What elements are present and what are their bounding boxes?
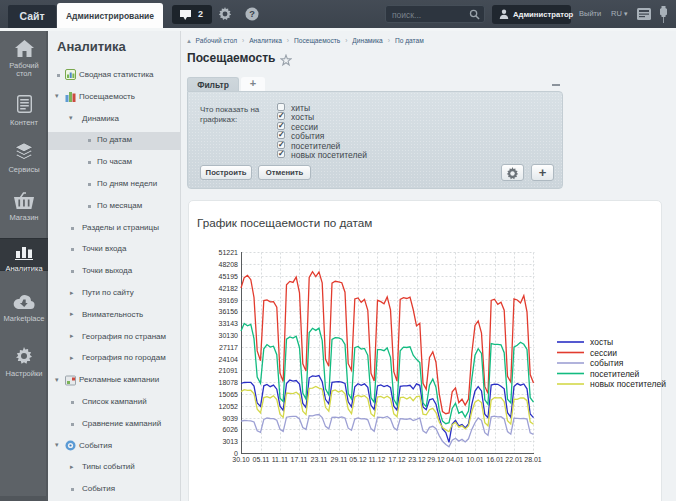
svg-text:12052: 12052	[219, 403, 239, 410]
svg-text:6026: 6026	[222, 426, 238, 433]
svg-text:39169: 39169	[219, 297, 239, 304]
svg-text:21091: 21091	[219, 367, 239, 374]
svg-text:18078: 18078	[219, 379, 239, 386]
svg-text:05.12: 05.12	[349, 456, 367, 463]
svg-text:23.11: 23.11	[311, 456, 328, 463]
svg-text:24104: 24104	[219, 356, 239, 363]
svg-text:33143: 33143	[219, 320, 239, 327]
svg-text:сессии: сессии	[590, 348, 617, 358]
svg-text:30130: 30130	[219, 332, 239, 339]
svg-text:30.10: 30.10	[232, 456, 250, 463]
svg-text:04.01: 04.01	[446, 456, 464, 463]
svg-text:45195: 45195	[219, 273, 239, 280]
svg-text:17.11: 17.11	[291, 456, 308, 463]
svg-text:события: события	[590, 358, 624, 368]
svg-text:22.01: 22.01	[505, 456, 523, 463]
svg-text:27117: 27117	[219, 344, 238, 351]
svg-text:48208: 48208	[219, 261, 239, 268]
svg-text:15065: 15065	[219, 391, 239, 398]
svg-text:42182: 42182	[219, 285, 239, 292]
svg-text:17.12: 17.12	[388, 456, 406, 463]
svg-text:3013: 3013	[222, 438, 238, 445]
svg-text:23.12: 23.12	[408, 456, 426, 463]
svg-text:05.11: 05.11	[253, 456, 270, 463]
svg-text:16.01: 16.01	[486, 456, 504, 463]
svg-text:51221: 51221	[219, 249, 239, 256]
svg-text:9039: 9039	[222, 415, 238, 422]
svg-text:11.11: 11.11	[272, 456, 289, 463]
svg-text:посетителей: посетителей	[590, 369, 640, 379]
svg-text:36156: 36156	[219, 308, 239, 315]
svg-text:новых посетителей: новых посетителей	[590, 379, 666, 389]
svg-text:11.12: 11.12	[369, 456, 386, 463]
svg-text:28.01: 28.01	[524, 456, 542, 463]
svg-text:10.01: 10.01	[466, 456, 484, 463]
svg-text:29.11: 29.11	[331, 456, 348, 463]
svg-text:хосты: хосты	[590, 337, 613, 347]
svg-text:29.12: 29.12	[427, 456, 445, 463]
